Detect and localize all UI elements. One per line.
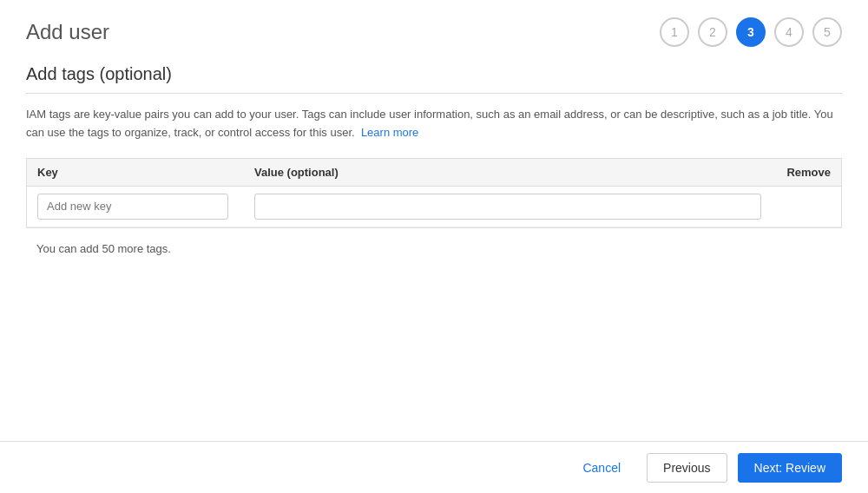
tag-value-input[interactable]	[254, 194, 761, 220]
learn-more-link[interactable]: Learn more	[361, 126, 418, 139]
value-input-cell	[254, 194, 761, 220]
tags-table: Key Value (optional) Remove	[26, 158, 842, 228]
step-2: 2	[698, 17, 727, 47]
section-divider	[26, 93, 842, 94]
step-5: 5	[812, 17, 842, 47]
step-3: 3	[736, 17, 766, 47]
section-description: IAM tags are key-value pairs you can add…	[26, 106, 842, 142]
previous-button[interactable]: Previous	[647, 453, 727, 483]
tags-table-row	[27, 187, 841, 227]
step-4: 4	[774, 17, 804, 47]
value-column-header: Value (optional)	[254, 166, 761, 179]
tags-table-header: Key Value (optional) Remove	[27, 159, 841, 187]
cancel-button[interactable]: Cancel	[567, 453, 636, 483]
footer: Cancel Previous Next: Review	[0, 441, 868, 493]
key-input-cell	[37, 194, 254, 220]
page-title: Add user	[26, 20, 109, 44]
tags-count-text: You can add 50 more tags.	[26, 237, 842, 260]
section-title: Add tags (optional)	[26, 64, 842, 84]
tag-key-input[interactable]	[37, 194, 228, 220]
next-review-button[interactable]: Next: Review	[738, 453, 842, 483]
step-1: 1	[660, 17, 689, 47]
steps-indicator: 1 2 3 4 5	[660, 17, 842, 47]
page-header: Add user 1 2 3 4 5	[26, 17, 842, 47]
remove-column-header: Remove	[761, 166, 831, 179]
key-column-header: Key	[37, 166, 254, 179]
